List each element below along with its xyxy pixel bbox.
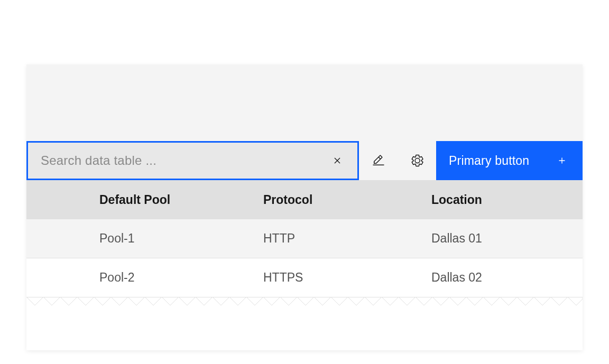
plus-icon <box>556 155 568 166</box>
search-input[interactable] <box>41 153 327 168</box>
table-row[interactable]: Pool-2 HTTPS Dallas 02 <box>26 258 583 297</box>
column-header-protocol[interactable]: Protocol <box>263 193 431 207</box>
edit-button[interactable] <box>359 141 398 180</box>
cell-pool: Pool-1 <box>99 231 263 246</box>
table-header-row: Default Pool Protocol Location <box>26 180 583 219</box>
cell-location: Dallas 01 <box>431 231 583 246</box>
settings-button[interactable] <box>398 141 436 180</box>
column-header-pool[interactable]: Default Pool <box>99 193 263 207</box>
table-row[interactable]: Pool-1 HTTP Dallas 01 <box>26 219 583 258</box>
clear-search-button[interactable] <box>327 150 348 171</box>
data-table-panel: Primary button Default Pool Protocol Loc… <box>26 64 583 350</box>
bottom-spacer <box>26 313 583 350</box>
primary-button-label: Primary button <box>449 154 529 168</box>
close-icon <box>331 155 343 166</box>
search-container <box>26 141 359 180</box>
cell-location: Dallas 02 <box>431 270 583 285</box>
column-header-location[interactable]: Location <box>431 193 583 207</box>
data-table: Default Pool Protocol Location Pool-1 HT… <box>26 180 583 297</box>
cell-protocol: HTTP <box>263 231 431 246</box>
cell-pool: Pool-2 <box>99 270 263 285</box>
table-toolbar: Primary button <box>26 141 583 180</box>
gear-icon <box>411 154 423 167</box>
edit-icon <box>372 154 385 167</box>
cell-protocol: HTTPS <box>263 270 431 285</box>
top-spacer <box>26 64 583 141</box>
torn-edge-decoration <box>26 297 583 313</box>
primary-button[interactable]: Primary button <box>436 141 583 180</box>
